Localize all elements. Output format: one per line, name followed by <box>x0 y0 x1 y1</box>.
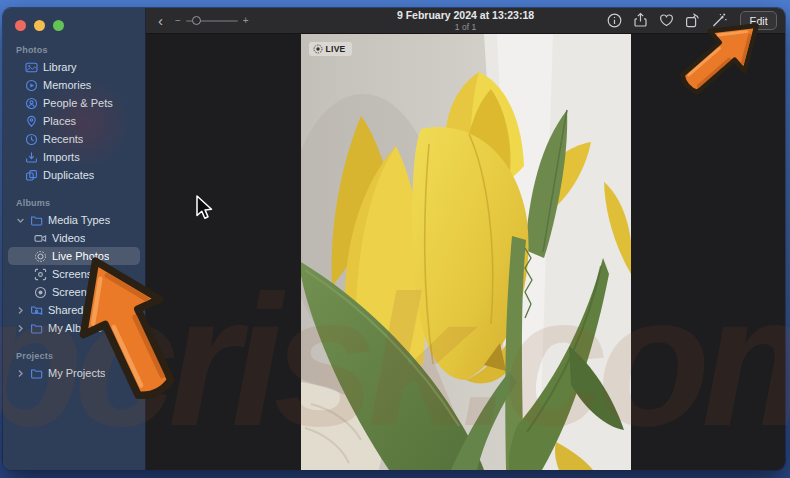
sidebar-item-label: Recents <box>43 133 83 145</box>
back-button[interactable]: ‹ <box>158 13 163 28</box>
sidebar-item-label: Media Types <box>48 214 110 226</box>
zoom-slider-track[interactable] <box>186 20 238 22</box>
sidebar-item-label: Screen Recordings <box>52 286 140 298</box>
photos-app-window: Photos Library Memories People & Pets Pl… <box>2 7 786 471</box>
sidebar-section-albums: Albums <box>16 198 145 208</box>
photo-count: 1 of 1 <box>397 22 534 32</box>
photo-title: 9 February 2024 at 13:23:18 <box>397 9 534 21</box>
zoom-in-label: + <box>243 15 249 26</box>
sidebar-section-photos: Photos <box>16 45 145 55</box>
duplicates-icon <box>25 169 38 182</box>
sidebar-item-label: Memories <box>43 79 91 91</box>
sidebar-item-label: Live Photos <box>52 250 109 262</box>
chevron-right-icon[interactable] <box>16 306 25 315</box>
sidebar: Photos Library Memories People & Pets Pl… <box>3 8 146 470</box>
zoom-slider-knob[interactable] <box>192 16 201 25</box>
folder-icon <box>30 322 43 335</box>
sidebar-item-label: My Albums <box>48 322 102 334</box>
auto-enhance-wand-icon[interactable] <box>710 12 727 29</box>
sidebar-item-live-photos[interactable]: Live Photos <box>8 247 140 265</box>
tulip-photo-image <box>301 34 631 470</box>
video-icon <box>34 232 47 245</box>
live-photo-icon <box>34 250 47 263</box>
sidebar-item-label: Duplicates <box>43 169 94 181</box>
shared-folder-icon <box>30 304 43 317</box>
edit-button[interactable]: Edit <box>740 11 777 30</box>
sidebar-item-label: Videos <box>52 232 85 244</box>
traffic-lights <box>15 20 145 31</box>
screenshot-icon <box>34 268 47 281</box>
sidebar-item-shared-albums[interactable]: Shared Albums <box>8 301 140 319</box>
sidebar-item-duplicates[interactable]: Duplicates <box>8 166 140 184</box>
photo-viewer: LIVE <box>146 34 785 470</box>
sidebar-item-label: Shared Albums <box>48 304 123 316</box>
title-block: 9 February 2024 at 13:23:18 1 of 1 <box>397 9 534 32</box>
folder-icon <box>30 214 43 227</box>
sidebar-item-screenshots[interactable]: Screenshots <box>8 265 140 283</box>
minimize-window-button[interactable] <box>34 20 45 31</box>
places-icon <box>25 115 38 128</box>
zoom-slider[interactable]: − + <box>175 15 249 26</box>
share-icon[interactable] <box>632 12 649 29</box>
live-badge-label: LIVE <box>326 44 346 54</box>
sidebar-item-my-projects[interactable]: My Projects <box>8 364 140 382</box>
imports-icon <box>25 151 38 164</box>
sidebar-item-imports[interactable]: Imports <box>8 148 140 166</box>
sidebar-item-media-types[interactable]: Media Types <box>8 211 140 229</box>
sidebar-item-people-pets[interactable]: People & Pets <box>8 94 140 112</box>
sidebar-item-videos[interactable]: Videos <box>8 229 140 247</box>
sidebar-item-recents[interactable]: Recents <box>8 130 140 148</box>
sidebar-item-label: My Projects <box>48 367 105 379</box>
sidebar-item-screen-recordings[interactable]: Screen Recordings <box>8 283 140 301</box>
toolbar: ‹ − + 9 February 2024 at 13:23:18 1 of 1… <box>146 8 785 34</box>
live-photo-icon <box>313 44 323 54</box>
sidebar-item-my-albums[interactable]: My Albums <box>8 319 140 337</box>
library-icon <box>25 61 38 74</box>
zoom-out-label: − <box>175 15 181 26</box>
screen-recording-icon <box>34 286 47 299</box>
live-badge: LIVE <box>309 42 352 56</box>
info-icon[interactable] <box>606 12 623 29</box>
main-area: ‹ − + 9 February 2024 at 13:23:18 1 of 1… <box>146 8 785 470</box>
sidebar-section-projects: Projects <box>16 351 145 361</box>
sidebar-item-label: Imports <box>43 151 80 163</box>
rotate-icon[interactable] <box>684 12 701 29</box>
sidebar-item-label: Screenshots <box>52 268 113 280</box>
tulip-photo[interactable]: LIVE <box>301 34 631 470</box>
folder-icon <box>30 367 43 380</box>
sidebar-item-memories[interactable]: Memories <box>8 76 140 94</box>
sidebar-item-library[interactable]: Library <box>8 58 140 76</box>
sidebar-item-label: People & Pets <box>43 97 113 109</box>
favorite-heart-icon[interactable] <box>658 12 675 29</box>
chevron-right-icon[interactable] <box>16 324 25 333</box>
sidebar-item-places[interactable]: Places <box>8 112 140 130</box>
recents-icon <box>25 133 38 146</box>
memories-icon <box>25 79 38 92</box>
close-window-button[interactable] <box>15 20 26 31</box>
sidebar-item-label: Library <box>43 61 77 73</box>
chevron-right-icon[interactable] <box>16 369 25 378</box>
sidebar-item-label: Places <box>43 115 76 127</box>
chevron-down-icon[interactable] <box>16 216 25 225</box>
people-icon <box>25 97 38 110</box>
zoom-window-button[interactable] <box>53 20 64 31</box>
